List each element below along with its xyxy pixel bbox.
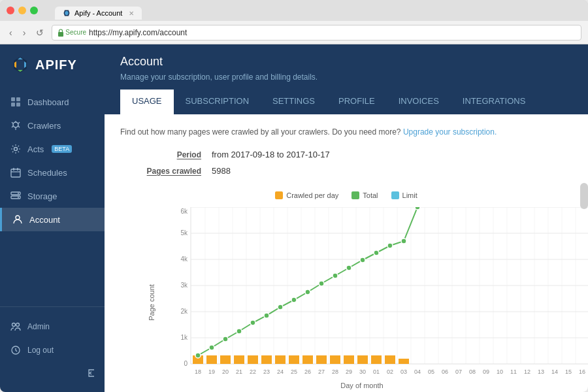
scroll-handle[interactable] xyxy=(580,183,588,209)
secure-badge: Secure xyxy=(57,29,86,37)
stats-table: Period from 2017-09-18 to 2017-10-17 Pag… xyxy=(120,150,572,176)
tab-integrations[interactable]: INTEGRATIONS xyxy=(451,90,538,114)
sidebar-collapse-button[interactable] xyxy=(0,362,105,384)
sidebar-item-account[interactable]: Account xyxy=(0,208,105,231)
svg-point-108 xyxy=(374,250,379,255)
svg-text:1k: 1k xyxy=(180,334,188,341)
tab-title: Apify - Account xyxy=(74,9,122,17)
sidebar: APIFY Dashboard xyxy=(0,44,105,392)
tab-settings[interactable]: SETTINGS xyxy=(261,90,327,114)
tab-usage[interactable]: USAGE xyxy=(120,90,174,114)
page-subtitle: Manage your subscription, user profile a… xyxy=(120,73,572,82)
page-header: Account Manage your subscription, user p… xyxy=(105,44,588,114)
svg-rect-86 xyxy=(289,355,299,364)
svg-point-111 xyxy=(415,207,420,210)
svg-point-99 xyxy=(250,320,255,325)
admin-icon xyxy=(10,321,21,332)
svg-rect-82 xyxy=(234,355,244,364)
svg-text:10: 10 xyxy=(497,368,503,375)
svg-text:2k: 2k xyxy=(180,308,188,315)
logout-label: Log out xyxy=(27,346,54,355)
svg-text:6k: 6k xyxy=(180,208,188,215)
svg-point-98 xyxy=(237,329,242,334)
forward-button[interactable]: › xyxy=(20,25,29,41)
chart-inner: Page count xyxy=(165,207,559,389)
svg-point-29 xyxy=(18,197,19,198)
sidebar-item-acts[interactable]: Acts BETA xyxy=(0,137,105,161)
svg-text:02: 02 xyxy=(387,368,393,375)
svg-text:01: 01 xyxy=(373,368,380,375)
svg-point-32 xyxy=(16,323,20,327)
svg-rect-2 xyxy=(58,32,63,37)
upgrade-link[interactable]: Upgrade your subscription. xyxy=(403,127,497,137)
legend-limit-dot xyxy=(391,191,399,199)
legend-crawled-dot xyxy=(275,191,283,199)
svg-point-105 xyxy=(333,273,338,278)
info-banner: Find out how many pages were crawled by … xyxy=(120,127,572,137)
page-title: Account xyxy=(120,55,572,69)
content-area: Find out how many pages were crawled by … xyxy=(105,114,588,392)
svg-point-95 xyxy=(195,353,201,358)
svg-text:26: 26 xyxy=(304,368,311,375)
back-button[interactable]: ‹ xyxy=(7,25,15,41)
svg-point-103 xyxy=(305,289,310,295)
svg-line-18 xyxy=(12,126,13,127)
svg-point-96 xyxy=(209,345,214,350)
sidebar-item-admin[interactable]: Admin xyxy=(0,315,105,338)
svg-rect-85 xyxy=(275,355,286,364)
legend-crawled-label: Crawled per day xyxy=(286,191,338,199)
svg-text:23: 23 xyxy=(263,368,270,375)
address-bar[interactable]: Secure https://my.apify.com/account xyxy=(52,25,581,41)
svg-rect-12 xyxy=(11,103,15,106)
svg-text:11: 11 xyxy=(510,368,517,375)
svg-rect-92 xyxy=(371,355,382,364)
svg-text:28: 28 xyxy=(332,368,338,375)
svg-text:22: 22 xyxy=(250,368,256,375)
svg-rect-83 xyxy=(248,355,258,364)
sidebar-item-crawlers-label: Crawlers xyxy=(27,121,61,131)
svg-text:18: 18 xyxy=(195,368,201,375)
svg-rect-93 xyxy=(385,355,395,364)
svg-point-110 xyxy=(401,238,406,244)
svg-rect-84 xyxy=(261,355,272,364)
browser-tab[interactable]: Apify - Account ✕ xyxy=(55,7,142,20)
svg-text:30: 30 xyxy=(359,368,366,375)
storage-icon xyxy=(10,191,21,201)
svg-line-16 xyxy=(12,122,13,123)
svg-rect-22 xyxy=(11,169,20,177)
tab-favicon-icon xyxy=(63,9,71,17)
logout-item[interactable]: Log out xyxy=(0,338,105,362)
svg-text:16: 16 xyxy=(579,368,585,375)
sidebar-item-acts-label: Acts xyxy=(27,144,44,154)
tab-subscription[interactable]: SUBSCRIPTION xyxy=(174,90,261,114)
svg-point-31 xyxy=(12,323,16,327)
refresh-button[interactable]: ↺ xyxy=(33,25,46,41)
svg-text:25: 25 xyxy=(291,368,297,375)
period-value: from 2017-09-18 to 2017-10-17 xyxy=(212,150,330,159)
tab-close-button[interactable]: ✕ xyxy=(129,10,134,17)
sidebar-item-crawlers[interactable]: Crawlers xyxy=(0,114,105,137)
sidebar-item-schedules-label: Schedules xyxy=(27,168,67,178)
sidebar-item-storage[interactable]: Storage xyxy=(0,184,105,208)
svg-point-107 xyxy=(360,257,365,263)
svg-text:21: 21 xyxy=(236,368,242,375)
logo-icon xyxy=(10,55,30,74)
account-icon xyxy=(12,214,23,225)
tab-profile[interactable]: PROFILE xyxy=(327,90,387,114)
tabs: USAGE SUBSCRIPTION SETTINGS PROFILE INVO… xyxy=(120,90,572,114)
tab-invoices[interactable]: INVOICES xyxy=(387,90,451,114)
svg-rect-10 xyxy=(11,97,15,101)
svg-rect-80 xyxy=(206,355,217,364)
svg-text:09: 09 xyxy=(483,368,489,375)
calendar-icon xyxy=(10,167,21,178)
svg-text:4k: 4k xyxy=(180,255,188,263)
svg-point-21 xyxy=(14,148,18,151)
svg-text:03: 03 xyxy=(400,368,407,375)
legend-total-dot xyxy=(351,191,359,199)
sidebar-item-schedules[interactable]: Schedules xyxy=(0,161,105,184)
svg-text:12: 12 xyxy=(524,368,531,375)
collapse-icon xyxy=(88,368,97,378)
svg-text:19: 19 xyxy=(208,368,215,375)
sidebar-item-dashboard[interactable]: Dashboard xyxy=(0,90,105,114)
svg-text:08: 08 xyxy=(469,368,476,375)
